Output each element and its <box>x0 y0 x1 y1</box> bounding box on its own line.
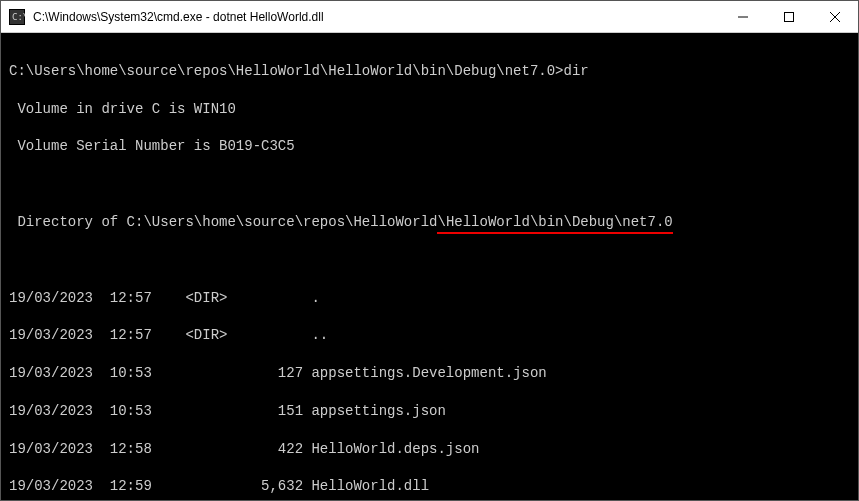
cmd-window: C:\ C:\Windows\System32\cmd.exe - dotnet… <box>0 0 859 501</box>
terminal-output[interactable]: C:\Users\home\source\repos\HelloWorld\He… <box>1 33 858 501</box>
maximize-button[interactable] <box>766 1 812 32</box>
prompt-line-1: C:\Users\home\source\repos\HelloWorld\He… <box>9 62 850 81</box>
svg-text:C:\: C:\ <box>12 12 25 22</box>
volume-line-1: Volume in drive C is WIN10 <box>9 100 850 119</box>
file-row: 19/03/2023 12:59 5,632 HelloWorld.dll <box>9 477 850 496</box>
title-buttons <box>720 1 858 32</box>
file-row: 19/03/2023 12:58 422 HelloWorld.deps.jso… <box>9 440 850 459</box>
blank <box>9 251 850 270</box>
window-title: C:\Windows\System32\cmd.exe - dotnet Hel… <box>33 10 720 24</box>
close-button[interactable] <box>812 1 858 32</box>
file-row: 19/03/2023 12:57 <DIR> .. <box>9 326 850 345</box>
prompt-path: C:\Users\home\source\repos\HelloWorld\He… <box>9 63 564 79</box>
minimize-button[interactable] <box>720 1 766 32</box>
command-dir: dir <box>564 63 589 79</box>
volume-line-2: Volume Serial Number is B019-C3C5 <box>9 137 850 156</box>
titlebar[interactable]: C:\ C:\Windows\System32\cmd.exe - dotnet… <box>1 1 858 33</box>
file-row: 19/03/2023 10:53 127 appsettings.Develop… <box>9 364 850 383</box>
svg-rect-4 <box>785 12 794 21</box>
file-row: 19/03/2023 12:57 <DIR> . <box>9 289 850 308</box>
dir-prefix: Directory of C:\Users\home\source\repos\… <box>9 214 437 230</box>
file-row: 19/03/2023 10:53 151 appsettings.json <box>9 402 850 421</box>
blank <box>9 175 850 194</box>
dir-highlight: \HelloWorld\bin\Debug\net7.0 <box>437 213 672 232</box>
cmd-icon: C:\ <box>9 9 25 25</box>
directory-header: Directory of C:\Users\home\source\repos\… <box>9 213 850 232</box>
